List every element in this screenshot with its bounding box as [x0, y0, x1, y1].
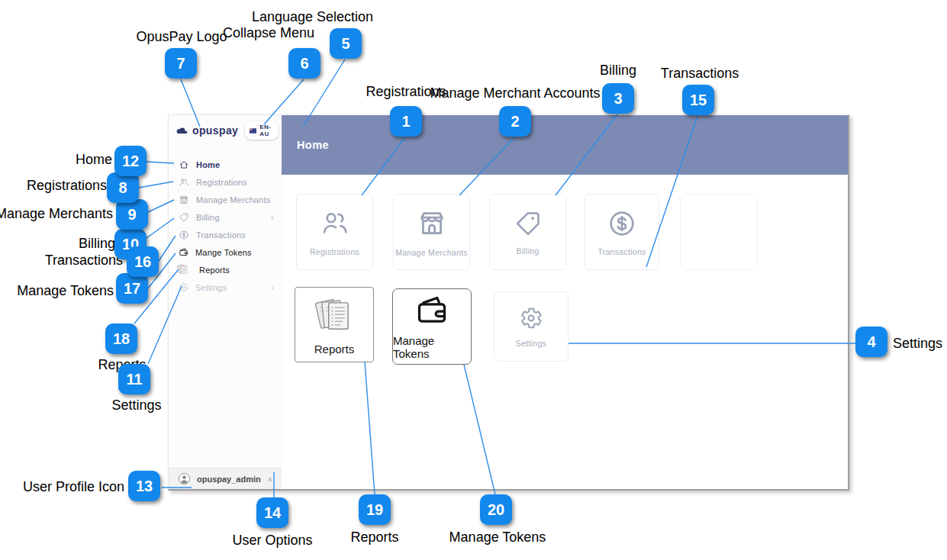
callout-badge-16: 16	[127, 246, 159, 277]
callout-badge-8: 8	[107, 172, 139, 203]
callout-label-user-options: User Options	[232, 533, 312, 549]
chevron-right-icon: ›	[271, 212, 274, 223]
home-icon	[179, 159, 189, 170]
callout-badge-4: 4	[855, 327, 887, 357]
store-icon	[416, 208, 448, 240]
callout-label-reports-tile: Reports	[350, 529, 398, 546]
callout-label-manage-tokens: Manage Tokens	[17, 283, 114, 299]
callout-badge-12: 12	[114, 146, 147, 176]
callout-label-collapse-menu: Collapse Menu	[223, 25, 314, 41]
sidebar-item-settings[interactable]: Settings ›	[169, 278, 282, 296]
dollar-circle-icon	[179, 230, 189, 240]
callout-badge-3: 3	[602, 83, 634, 114]
tile-reports[interactable]: Reports	[295, 287, 374, 362]
gear-icon	[179, 282, 188, 292]
callout-label-manage-merchant-accounts: Manage Merchant Accounts	[430, 85, 600, 101]
callout-badge-13: 13	[128, 471, 160, 501]
callout-badge-5: 5	[330, 28, 362, 59]
australia-flag-icon	[250, 127, 256, 134]
report-pages-icon	[176, 263, 189, 276]
users-icon	[320, 208, 350, 239]
callout-label-user-profile-icon: User Profile Icon	[23, 479, 124, 495]
tile-manage-merchants[interactable]: Manage Merchants	[393, 194, 470, 270]
chevron-up-icon[interactable]: ∧	[267, 475, 272, 483]
callout-badge-20: 20	[480, 494, 512, 525]
language-selector[interactable]: EN-AU	[245, 121, 279, 140]
chevron-right-icon: ›	[271, 282, 274, 293]
callout-label-billing: Billing	[79, 236, 115, 252]
sidebar-item-transactions[interactable]: Transactions	[169, 226, 282, 243]
callout-label-billing-tile: Billing	[600, 63, 636, 79]
username: opuspay_admin	[197, 475, 261, 484]
callout-label-settings-tile: Settings	[893, 336, 942, 352]
gear-icon	[519, 306, 543, 330]
users-icon	[179, 177, 189, 188]
sidebar: opuspay EN-AU Home Registrations Manag	[169, 115, 282, 489]
callout-label-settings-menu: Settings	[111, 397, 161, 414]
callout-badge-2: 2	[499, 106, 531, 137]
callout-badge-14: 14	[256, 497, 288, 528]
sidebar-item-registrations[interactable]: Registrations	[169, 173, 282, 191]
wallet-icon	[412, 293, 452, 328]
callout-badge-19: 19	[359, 494, 391, 525]
callout-label-language-selection: Language Selection	[252, 9, 373, 25]
tile-transactions[interactable]: Transactions	[585, 194, 659, 270]
callout-badge-18: 18	[105, 323, 137, 354]
user-avatar-icon	[178, 472, 191, 485]
sidebar-item-billing[interactable]: Billing ›	[169, 208, 282, 226]
sidebar-item-manage-merchants[interactable]: Manage Merchants	[169, 191, 282, 208]
callout-label-registrations: Registrations	[27, 178, 107, 194]
callout-badge-17: 17	[116, 273, 148, 304]
callout-badge-15: 15	[682, 85, 714, 115]
sidebar-item-reports[interactable]: Reports	[169, 261, 282, 278]
page-header: Home	[282, 115, 848, 175]
tile-registrations[interactable]: Registrations	[296, 194, 373, 270]
opuspay-logo-text: opuspay	[192, 124, 238, 137]
sidebar-menu: Home Registrations Manage Merchants Bill…	[169, 156, 282, 296]
callout-label-manage-tokens-tile: Manage Tokens	[449, 529, 546, 546]
callout-badge-11: 11	[118, 364, 150, 394]
sidebar-item-home[interactable]: Home	[169, 156, 282, 173]
home-content: Registrations Manage Merchants Billing T…	[282, 175, 848, 489]
tile-settings[interactable]: Settings	[494, 291, 569, 362]
tag-icon	[514, 209, 543, 238]
logo-row: opuspay EN-AU	[176, 121, 279, 140]
callout-label-manage-merchants: Manage Merchants	[0, 206, 113, 222]
callout-badge-7: 7	[165, 48, 197, 79]
store-icon	[179, 195, 189, 205]
tag-icon	[179, 212, 189, 223]
annotated-help-page: opuspay EN-AU Home Registrations Manag	[0, 0, 947, 560]
sidebar-item-mange-tokens[interactable]: Mange Tokens	[169, 243, 282, 261]
opuspay-app-window: opuspay EN-AU Home Registrations Manag	[168, 114, 849, 491]
callout-badge-6: 6	[288, 48, 320, 79]
user-profile-row[interactable]: opuspay_admin ∧	[169, 468, 282, 489]
tile-empty	[680, 194, 758, 270]
language-code: EN-AU	[259, 124, 274, 137]
report-pages-icon	[311, 294, 357, 339]
callout-label-transactions: Transactions	[45, 253, 123, 269]
callout-badge-1: 1	[390, 106, 422, 137]
callout-badge-9: 9	[116, 199, 148, 230]
wallet-icon	[179, 247, 188, 257]
tile-manage-tokens[interactable]: Manage Tokens	[392, 288, 472, 365]
dollar-circle-icon	[607, 208, 637, 239]
page-title: Home	[297, 139, 329, 151]
opuspay-logo-icon	[176, 124, 189, 137]
callout-label-opuspay-logo: OpusPay Logo	[136, 29, 227, 45]
tile-billing[interactable]: Billing	[489, 194, 566, 270]
callout-label-transactions-tile: Transactions	[661, 66, 739, 82]
callout-label-home: Home	[76, 152, 112, 168]
